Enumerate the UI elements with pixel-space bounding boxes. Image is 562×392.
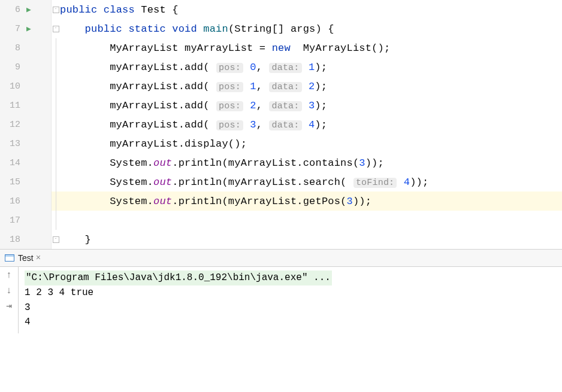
fold-guide (56, 96, 56, 115)
run-tab-label[interactable]: Test (18, 253, 34, 263)
line-number: 7 (4, 24, 22, 34)
code-text[interactable]: System.out.println(myArrayList.getPos(3)… (60, 196, 371, 207)
gutter[interactable]: 10 (0, 77, 52, 96)
fold-guide (56, 172, 56, 192)
gutter[interactable]: 17 (0, 211, 52, 230)
fold-column[interactable] (52, 153, 60, 172)
command-line: "C:\Program Files\Java\jdk1.8.0_192\bin\… (25, 271, 332, 285)
gutter[interactable]: 16 (0, 192, 52, 211)
run-panel-body: ↑ ↓ ⇥ "C:\Program Files\Java\jdk1.8.0_19… (0, 267, 562, 333)
fold-column[interactable] (52, 192, 60, 211)
fold-column[interactable]: - (52, 0, 60, 19)
fold-column[interactable] (52, 77, 60, 96)
code-text[interactable]: myArrayList.add( pos: 3, data: 4); (60, 119, 327, 130)
line-number: 18 (4, 235, 22, 245)
code-text[interactable]: System.out.println(myArrayList.search( t… (60, 177, 428, 188)
fold-column[interactable] (52, 57, 60, 77)
line-number: 6 (4, 5, 22, 15)
gutter[interactable]: 11 (0, 96, 52, 115)
fold-guide (56, 38, 56, 57)
gutter[interactable]: 8 (0, 38, 52, 57)
code-text[interactable]: MyArrayList myArrayList = new MyArrayLis… (60, 42, 390, 54)
code-text[interactable]: public class Test { (60, 4, 179, 16)
gutter[interactable]: 14 (0, 153, 52, 172)
gutter[interactable]: 9 (0, 57, 52, 77)
code-line[interactable]: 13 myArrayList.display(); (0, 134, 562, 153)
gutter[interactable]: 13 (0, 134, 52, 153)
code-editor[interactable]: 6▶-public class Test {7▶- public static … (0, 0, 562, 250)
line-number: 15 (4, 177, 22, 187)
gutter[interactable]: 12 (0, 115, 52, 134)
line-number: 12 (4, 120, 22, 130)
run-config-icon (5, 254, 14, 262)
run-icon[interactable]: ▶ (26, 24, 31, 34)
line-number: 13 (4, 139, 22, 149)
code-line[interactable]: 7▶- public static void main(String[] arg… (0, 19, 562, 38)
run-tab-bar: Test × (0, 250, 562, 267)
line-number: 16 (4, 196, 22, 206)
fold-column[interactable]: - (52, 230, 60, 249)
scroll-down-icon[interactable]: ↓ (6, 286, 12, 296)
soft-wrap-icon[interactable]: ⇥ (6, 302, 12, 311)
code-text[interactable]: myArrayList.display(); (60, 138, 247, 150)
scroll-up-icon[interactable]: ↑ (6, 271, 12, 280)
fold-guide (56, 211, 56, 230)
gutter[interactable]: 6▶ (0, 0, 52, 19)
line-number: 11 (4, 101, 22, 111)
code-line[interactable]: 14 System.out.println(myArrayList.contai… (0, 153, 562, 172)
gutter[interactable]: 18 (0, 230, 52, 249)
fold-end-icon[interactable]: - (53, 236, 59, 243)
gutter[interactable]: 7▶ (0, 19, 52, 38)
fold-column[interactable] (52, 134, 60, 153)
output-line: 3 (25, 300, 556, 315)
fold-column[interactable] (52, 115, 60, 134)
line-number: 10 (4, 81, 22, 92)
fold-column[interactable]: - (52, 19, 60, 38)
fold-guide (56, 192, 56, 211)
fold-guide (56, 57, 56, 77)
code-line[interactable]: 12 myArrayList.add( pos: 3, data: 4); (0, 115, 562, 134)
close-icon[interactable]: × (36, 253, 41, 263)
code-text[interactable]: myArrayList.add( pos: 1, data: 2); (60, 81, 327, 92)
code-line[interactable]: 8 MyArrayList myArrayList = new MyArrayL… (0, 38, 562, 57)
code-text[interactable]: public static void main(String[] args) { (60, 23, 334, 35)
code-line[interactable]: 11 myArrayList.add( pos: 2, data: 3); (0, 96, 562, 115)
output-line: 4 (25, 315, 556, 330)
code-text[interactable]: } (60, 234, 91, 245)
fold-guide (56, 153, 56, 172)
fold-collapse-icon[interactable]: - (53, 7, 59, 13)
fold-column[interactable] (52, 96, 60, 115)
code-line[interactable]: 16 System.out.println(myArrayList.getPos… (0, 192, 562, 211)
fold-guide (56, 77, 56, 96)
fold-guide (56, 134, 56, 153)
code-line[interactable]: 18- } (0, 230, 562, 249)
console-output[interactable]: "C:\Program Files\Java\jdk1.8.0_192\bin\… (19, 267, 562, 333)
line-number: 9 (4, 62, 22, 72)
code-line[interactable]: 17 (0, 211, 562, 230)
code-text[interactable]: myArrayList.add( pos: 2, data: 3); (60, 100, 327, 111)
gutter[interactable]: 15 (0, 172, 52, 192)
line-number: 17 (4, 215, 22, 226)
run-toolbar: ↑ ↓ ⇥ (0, 267, 19, 333)
fold-column[interactable] (52, 38, 60, 57)
fold-column[interactable] (52, 211, 60, 230)
output-line: 1 2 3 4 true (25, 285, 556, 300)
line-number: 14 (4, 158, 22, 168)
fold-guide (56, 115, 56, 134)
run-icon[interactable]: ▶ (26, 5, 31, 14)
code-line[interactable]: 9 myArrayList.add( pos: 0, data: 1); (0, 57, 562, 77)
code-text[interactable]: System.out.println(myArrayList.contains(… (60, 157, 384, 169)
line-number: 8 (4, 43, 22, 53)
code-line[interactable]: 10 myArrayList.add( pos: 1, data: 2); (0, 77, 562, 96)
code-text[interactable]: myArrayList.add( pos: 0, data: 1); (60, 62, 327, 73)
fold-column[interactable] (52, 172, 60, 192)
code-line[interactable]: 6▶-public class Test { (0, 0, 562, 19)
code-line[interactable]: 15 System.out.println(myArrayList.search… (0, 172, 562, 192)
fold-collapse-icon[interactable]: - (53, 26, 59, 32)
